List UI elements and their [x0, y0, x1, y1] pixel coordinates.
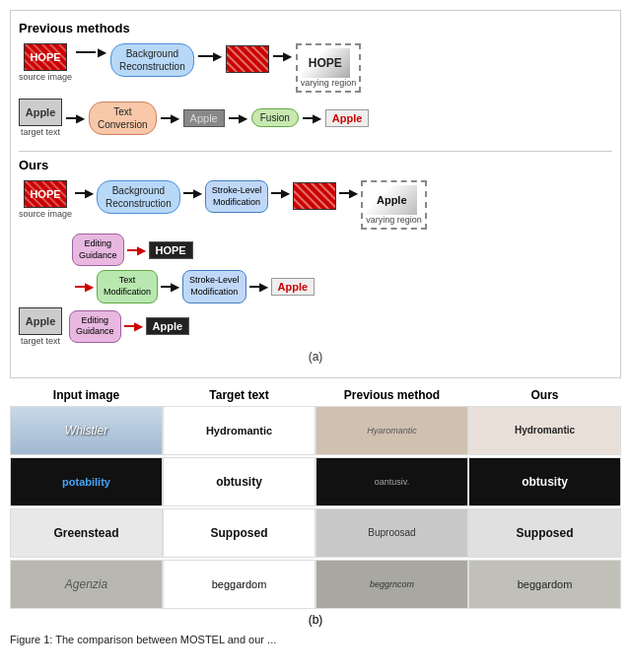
arrowhead-apple-result: ▶	[313, 111, 321, 125]
ours-arrow2	[183, 192, 193, 194]
ours-source-hope: HOPE	[24, 180, 67, 208]
ours-red-arrow1	[127, 249, 137, 251]
ours-stroke-mod2: Stroke-Level Modification	[182, 270, 246, 302]
ours-edit-guide1: Editing Guidance	[72, 234, 124, 266]
ours-apple-result: Apple	[271, 278, 316, 296]
ours-red-arrowhead2: ▶	[85, 280, 94, 294]
caption-a: (a)	[19, 350, 612, 364]
ours-apple-dark-text: Apple	[153, 320, 183, 332]
arrow-to-varying	[273, 55, 283, 57]
cell-target-1: Hydromantic	[163, 406, 316, 455]
comp-headers: Input image Target text Previous method …	[10, 388, 621, 402]
cell-input-4: Agenzia	[10, 560, 163, 609]
main-container: Previous methods HOPE source image ▶	[0, 0, 631, 657]
target-text-apple: Apple	[19, 99, 62, 126]
ours-red-arrowhead1: ▶	[137, 243, 146, 257]
ours-arrowhead1: ▶	[85, 186, 94, 200]
prev-text-2: oantusiv.	[375, 477, 409, 487]
cell-target-3: Supposed	[163, 508, 316, 558]
ours-red-arrow3	[124, 325, 134, 327]
header-prev: Previous method	[316, 388, 468, 402]
hope-text-source: HOPE	[30, 51, 60, 63]
cell-ours-1: Hydromantic	[468, 406, 621, 455]
target-text-1: Hydromantic	[206, 425, 272, 437]
header-target: Target text	[163, 388, 316, 402]
varying-text: HOPE	[309, 56, 342, 70]
ours-arrowhead4: ▶	[349, 186, 358, 200]
ours-title: Ours	[19, 158, 612, 172]
cell-prev-1: Hyaromantic	[316, 406, 468, 455]
diagram-section: Previous methods HOPE source image ▶	[10, 10, 621, 378]
ours-text-3: Supposed	[516, 526, 573, 540]
input-text-2: potability	[62, 476, 110, 488]
apple-result-text: Apple	[332, 112, 363, 124]
ours-text-mod: Text Modification	[97, 270, 158, 302]
ours-apple-result-text: Apple	[278, 281, 309, 293]
target-label: target text	[21, 127, 60, 137]
ours-hope-dark: HOPE	[149, 241, 193, 259]
varying-inner-prev: HOPE	[301, 48, 350, 78]
target-text-2: obtusity	[216, 475, 262, 489]
cell-prev-2: oantusiv.	[316, 457, 468, 506]
gray-apple-text: Apple	[190, 112, 218, 124]
comp-row-3: Greenstead Supposed Buproosad Supposed	[10, 508, 621, 558]
cell-input-1: Whistler	[10, 406, 163, 455]
arrow-to-gray-apple	[161, 117, 171, 119]
varying-region-box: HOPE varying region	[296, 43, 362, 93]
header-ours: Ours	[468, 388, 621, 402]
cell-prev-4: beggrncom	[316, 560, 468, 609]
result-red-box	[226, 45, 269, 73]
arrowhead-to-bgrecon: ▶	[98, 45, 106, 59]
ours-apple-text: Apple	[26, 315, 56, 327]
input-text-4: Agenzia	[65, 577, 107, 591]
comp-row-4: Agenzia beggardom beggrncom beggardom	[10, 560, 621, 609]
ours-apple-dark: Apple	[146, 317, 190, 335]
cell-target-2: obtusity	[163, 457, 316, 506]
ours-section: Ours HOPE source image ▶ Background	[19, 158, 612, 346]
target-text-3: Supposed	[210, 526, 267, 540]
ours-red-result	[293, 182, 336, 210]
arrowhead-gray-apple: ▶	[171, 111, 179, 125]
input-text-3: Greenstead	[53, 526, 118, 540]
cell-input-3: Greenstead	[10, 508, 163, 558]
caption-b: (b)	[10, 613, 621, 627]
target-text-4: beggardom	[212, 578, 267, 590]
text-conv-box: Text Conversion	[89, 101, 157, 135]
comparison-section: Input image Target text Previous method …	[10, 388, 621, 647]
arrowhead-to-result: ▶	[213, 49, 222, 63]
comp-row-1: Whistler Hydromantic Hyaromantic Hydroma…	[10, 406, 621, 455]
prev-text-1: Hyaromantic	[367, 426, 417, 436]
prev-text-4: beggrncom	[370, 579, 414, 589]
arrowhead-textconv: ▶	[76, 111, 85, 125]
ours-bg-recon: Background Reconstruction	[97, 180, 180, 214]
ours-arrowhead5: ▶	[171, 280, 179, 294]
input-text-1: Whistler	[65, 424, 107, 437]
ours-text-4: beggardom	[518, 578, 573, 590]
ours-arrow1	[75, 192, 85, 194]
arrowhead-varying: ▶	[283, 49, 292, 63]
ours-source-label: source image	[19, 209, 72, 219]
arrow-bgrecon-to-result	[198, 55, 213, 57]
bg-recon-line2: Reconstruction	[119, 61, 185, 72]
ours-target-col: Apple target text	[19, 307, 62, 346]
prev-methods: Previous methods HOPE source image ▶	[19, 21, 612, 137]
ours-arrow6	[249, 286, 259, 288]
arrowhead-fusion: ▶	[239, 111, 247, 125]
header-input: Input image	[10, 388, 163, 402]
cell-prev-3: Buproosad	[316, 508, 468, 558]
ours-hope-text: HOPE	[30, 188, 60, 200]
ours-target-apple: Apple	[19, 307, 62, 335]
cell-ours-2: obtusity	[468, 457, 621, 506]
ours-arrowhead2: ▶	[193, 186, 202, 200]
source-label: source image	[19, 72, 72, 82]
cell-target-4: beggardom	[163, 560, 316, 609]
figure-caption: Figure 1: The comparison between MOSTEL …	[10, 633, 621, 647]
fusion-box: Fusion	[251, 108, 299, 127]
ours-stroke-mod1: Stroke-Level Modification	[205, 180, 269, 213]
ours-varying-label: varying region	[366, 215, 422, 225]
ours-arrowhead6: ▶	[259, 280, 268, 294]
bg-recon-line1: Background	[126, 48, 178, 59]
cell-ours-3: Supposed	[468, 508, 621, 558]
ours-arrow4	[339, 192, 349, 194]
ours-target-label: target text	[21, 336, 60, 346]
